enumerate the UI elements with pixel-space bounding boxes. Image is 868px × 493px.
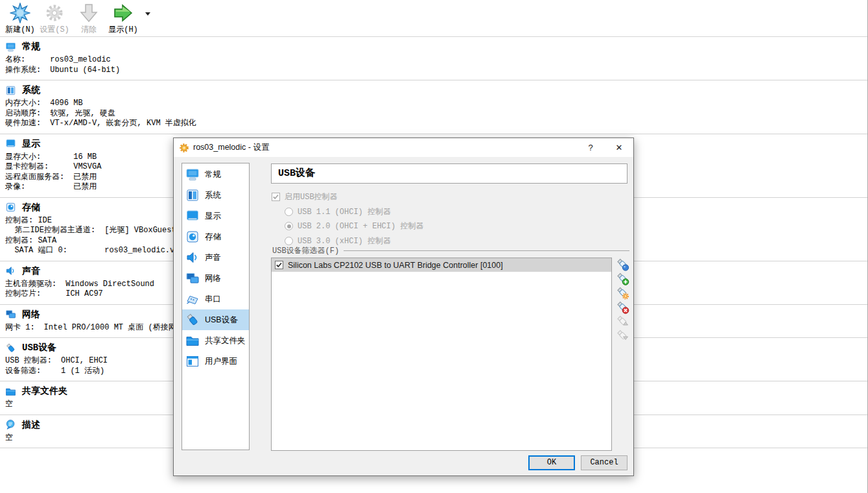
usb-filter-add-from-device-button[interactable]: [615, 272, 631, 285]
new-vm-button[interactable]: 新建(N): [4, 2, 36, 35]
settings-category-audio[interactable]: 声音: [182, 247, 249, 268]
category-label: 存储: [205, 232, 221, 243]
dialog-title: ros03_melodic - 设置: [193, 142, 576, 153]
shared-folder-icon: [5, 386, 16, 397]
section-title-display: 显示: [22, 138, 40, 150]
info-row: 设备筛选:1 (1 活动): [5, 367, 108, 377]
usb11-radio-row[interactable]: USB 1.1 (OHCI) 控制器: [285, 206, 391, 217]
category-label: 串口: [205, 294, 221, 305]
info-row: 控制器: SATA: [5, 236, 193, 246]
shared-folder-icon: [185, 333, 200, 348]
description-icon: [5, 419, 16, 430]
audio-icon: [5, 265, 16, 276]
settings-category-storage[interactable]: 存储: [182, 226, 249, 247]
section-title-audio: 声音: [22, 265, 40, 277]
settings-category-list: 常规 系统 显示 存储 声音 网络: [182, 163, 250, 450]
usb20-radio-row[interactable]: USB 2.0 (OHCI + EHCI) 控制器: [285, 221, 423, 232]
usb-filter-move-up-button[interactable]: [615, 315, 631, 328]
usb-edit-icon: [616, 287, 629, 300]
usb-add-from-device-icon: [616, 272, 629, 285]
info-row: USB 控制器:OHCI, EHCI: [5, 356, 108, 367]
show-dropdown-caret-icon[interactable]: [145, 12, 150, 16]
usb-icon: [5, 343, 16, 354]
usb-filters-group: USB设备筛选器(F): [272, 245, 629, 256]
enable-usb-checkbox-row[interactable]: 启用USB控制器: [272, 191, 338, 202]
show-vm-button[interactable]: 显示(H): [107, 2, 139, 35]
settings-category-usb[interactable]: USB设备: [182, 309, 249, 330]
section-title-general: 常规: [22, 41, 40, 53]
settings-category-network[interactable]: 网络: [182, 268, 249, 289]
dialog-gear-icon: [179, 143, 189, 153]
category-label: 系统: [205, 190, 221, 201]
usb-filter-move-down-button[interactable]: [615, 329, 631, 343]
dialog-body: 常规 系统 显示 存储 声音 网络: [174, 157, 633, 475]
usb-filter-edit-button[interactable]: [615, 286, 631, 300]
section-title-shared-folders: 共享文件夹: [22, 385, 67, 397]
ok-button[interactable]: OK: [528, 455, 575, 470]
category-label: USB设备: [205, 315, 238, 326]
info-row: 控制器: IDE: [5, 216, 193, 226]
usb-filter-add-empty-button[interactable]: [615, 258, 631, 271]
settings-category-serial[interactable]: 串口: [182, 289, 249, 309]
discard-button[interactable]: 清除: [73, 2, 105, 35]
group-separator-line: [344, 250, 629, 251]
settings-category-user-interface[interactable]: 用户界面: [182, 351, 249, 372]
category-label: 显示: [205, 211, 221, 222]
section-system: 系统 内存大小:4096 MB 启动顺序:软驱, 光驱, 硬盘 硬件加速:VT-…: [0, 80, 867, 134]
usb11-label: USB 1.1 (OHCI) 控制器: [298, 206, 391, 217]
network-icon: [5, 309, 16, 320]
system-icon: [185, 188, 200, 202]
settings-button[interactable]: 设置(S): [38, 2, 71, 35]
category-label: 常规: [205, 169, 221, 180]
new-vm-icon: [9, 2, 31, 24]
category-label: 共享文件夹: [205, 335, 246, 346]
display-icon: [5, 138, 16, 149]
info-row: SATA 端口 0:ros03_melodic.vdi (: [5, 246, 193, 256]
usb11-radio[interactable]: [285, 208, 293, 216]
section-title-description: 描述: [22, 419, 40, 431]
settings-category-display[interactable]: 显示: [182, 206, 249, 226]
cancel-button[interactable]: Cancel: [581, 455, 628, 470]
show-arrow-icon: [112, 2, 134, 24]
info-row: 显卡控制器:VMSVGA: [5, 162, 101, 173]
usb-filter-remove-button[interactable]: [615, 300, 631, 314]
dialog-help-button[interactable]: ?: [576, 138, 605, 157]
usb-filter-label: Silicon Labs CP2102 USB to UART Bridge C…: [288, 261, 503, 270]
display-icon: [185, 209, 200, 223]
category-label: 用户界面: [205, 356, 237, 367]
usb-move-up-icon: [616, 315, 629, 328]
settings-category-shared-folders[interactable]: 共享文件夹: [182, 330, 249, 351]
info-row: 空: [5, 400, 22, 410]
panel-header-usb: USB设备: [271, 163, 628, 184]
usb-filter-list[interactable]: Silicon Labs CP2102 USB to UART Bridge C…: [271, 258, 612, 451]
info-row: 网卡 1:Intel PRO/1000 MT 桌面 (桥接网络, I: [5, 323, 198, 333]
dialog-close-button[interactable]: ✕: [605, 138, 633, 157]
general-icon: [5, 42, 16, 53]
usb-filter-item[interactable]: Silicon Labs CP2102 USB to UART Bridge C…: [272, 258, 611, 272]
usb20-radio[interactable]: [285, 222, 293, 230]
storage-icon: [5, 202, 16, 213]
new-vm-label: 新建(N): [5, 24, 35, 35]
usb-filter-toolbar: [615, 258, 631, 343]
usb-filter-checkbox[interactable]: [275, 261, 283, 269]
section-title-system: 系统: [22, 84, 40, 96]
audio-icon: [185, 250, 200, 265]
settings-category-general[interactable]: 常规: [182, 164, 249, 185]
usb-remove-icon: [616, 301, 629, 314]
info-row: 显存大小:16 MB: [5, 152, 101, 163]
info-row: 启动顺序:软驱, 光驱, 硬盘: [5, 109, 196, 119]
general-icon: [185, 167, 200, 182]
info-row: 录像:已禁用: [5, 182, 101, 193]
settings-category-system[interactable]: 系统: [182, 185, 249, 206]
enable-usb-label: 启用USB控制器: [285, 191, 338, 202]
usb20-label: USB 2.0 (OHCI + EHCI) 控制器: [298, 221, 423, 232]
usb30-radio[interactable]: [285, 237, 293, 245]
section-title-usb: USB设备: [22, 342, 56, 354]
settings-label: 设置(S): [40, 24, 69, 35]
settings-gear-icon: [43, 2, 65, 24]
system-icon: [5, 85, 16, 96]
info-row: 远程桌面服务器:已禁用: [5, 173, 101, 183]
network-icon: [185, 271, 200, 285]
enable-usb-checkbox[interactable]: [272, 193, 280, 201]
discard-label: 清除: [81, 24, 97, 35]
